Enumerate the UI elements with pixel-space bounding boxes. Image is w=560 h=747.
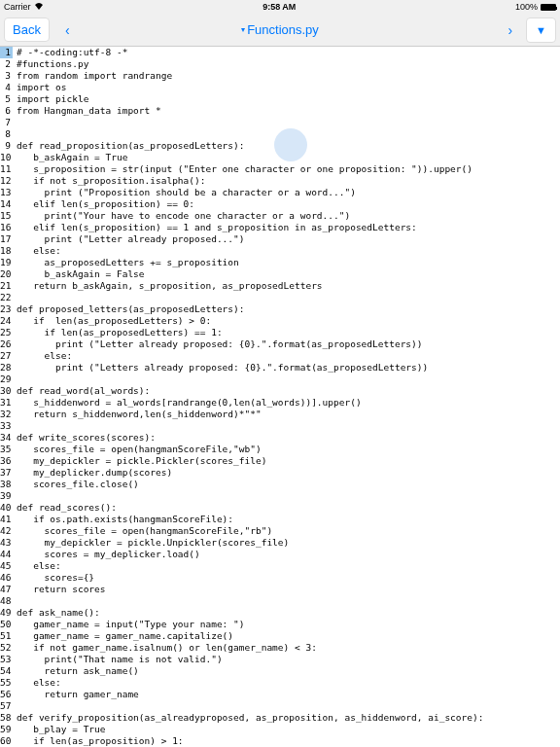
code-line[interactable]: 23def proposed_letters(as_proposedLetter… [0, 303, 560, 315]
code-line[interactable]: 8 [0, 128, 560, 140]
status-bar: Carrier 9:58 AM 100% [0, 0, 560, 14]
line-number: 13 [0, 187, 13, 198]
chevron-down-icon: ▾ [241, 25, 245, 34]
code-line[interactable]: 31 s_hiddenword = al_words[randrange(0,l… [0, 397, 560, 409]
code-line[interactable]: 6from Hangman_data import * [0, 105, 560, 117]
code-text: return b_askAgain, s_proposition, as_pro… [13, 280, 323, 292]
line-number: 31 [0, 397, 13, 409]
battery-pct: 100% [515, 2, 538, 12]
code-line[interactable]: 46 scores={} [0, 572, 560, 584]
code-line[interactable]: 12 if not s_proposition.isalpha(): [0, 175, 560, 187]
code-line[interactable]: 56 return gamer_name [0, 689, 560, 700]
line-number: 8 [0, 128, 13, 140]
code-text: b_play = True [13, 724, 106, 735]
code-text: return gamer_name [13, 689, 139, 700]
code-line[interactable]: 38 scores_file.close() [0, 479, 560, 490]
menu-button[interactable]: ▼ [526, 18, 556, 43]
code-line[interactable]: 54 return ask_name() [0, 665, 560, 677]
code-line[interactable]: 1# -*-coding:utf-8 -* [0, 47, 560, 58]
code-line[interactable]: 53 print("That name is not valid.") [0, 654, 560, 665]
code-line[interactable]: 58def verify_proposition(as_alreadypropo… [0, 712, 560, 724]
line-number: 44 [0, 549, 13, 560]
code-line[interactable]: 27 else: [0, 350, 560, 362]
line-number: 21 [0, 280, 13, 292]
battery-icon [541, 4, 556, 11]
code-line[interactable]: 21 return b_askAgain, s_proposition, as_… [0, 280, 560, 292]
prev-file-button[interactable]: ‹ [55, 18, 80, 42]
code-text: def read_word(al_words): [13, 385, 150, 397]
code-line[interactable]: 11 s_proposition = str(input ("Enter one… [0, 163, 560, 175]
code-line[interactable]: 3from random import randrange [0, 70, 560, 82]
code-text: s_proposition = str(input ("Enter one ch… [13, 163, 472, 175]
code-line[interactable]: 48 [0, 595, 560, 607]
code-editor[interactable]: 1# -*-coding:utf-8 -*2#functions.py3from… [0, 47, 560, 747]
code-text: else: [13, 350, 72, 362]
code-line[interactable]: 10 b_askAgain = True [0, 152, 560, 163]
code-line[interactable]: 44 scores = my_deplicker.load() [0, 549, 560, 560]
code-text: scores_file = open(hangmanScoreFile,"wb"… [13, 444, 262, 455]
code-line[interactable]: 51 gamer_name = gamer_name.capitalize() [0, 630, 560, 642]
code-text: scores = my_deplicker.load() [13, 549, 200, 560]
code-line[interactable]: 43 my_depickler = pickle.Unpickler(score… [0, 537, 560, 549]
line-number: 52 [0, 642, 13, 654]
code-line[interactable]: 25 if len(as_proposedLetters) == 1: [0, 327, 560, 338]
code-line[interactable]: 17 print ("Letter already proposed...") [0, 233, 560, 245]
code-line[interactable]: 26 print ("Letter already proposed: {0}.… [0, 338, 560, 350]
code-text: return s_hiddenword,len(s_hiddenword)*"*… [13, 409, 262, 420]
code-line[interactable]: 5import pickle [0, 93, 560, 105]
line-number: 41 [0, 514, 13, 525]
code-line[interactable]: 13 print ("Proposition should be a chara… [0, 187, 560, 198]
code-line[interactable]: 14 elif len(s_proposition) == 0: [0, 198, 560, 210]
line-number: 2 [0, 58, 13, 70]
code-text: s_hiddenword = al_words[randrange(0,len(… [13, 397, 362, 409]
code-line[interactable]: 4import os [0, 82, 560, 93]
next-file-button[interactable]: › [498, 18, 522, 42]
code-line[interactable]: 42 scores_file = open(hangmanScoreFile,"… [0, 525, 560, 537]
code-line[interactable]: 45 else: [0, 560, 560, 572]
code-line[interactable]: 29 [0, 374, 560, 385]
code-line[interactable]: 59 b_play = True [0, 724, 560, 735]
code-line[interactable]: 28 print ("Letters already proposed: {0}… [0, 362, 560, 374]
code-text: import os [13, 82, 66, 93]
code-text: if os.path.exists(hangmanScoreFile): [13, 514, 233, 525]
code-line[interactable]: 35 scores_file = open(hangmanScoreFile,"… [0, 444, 560, 455]
code-line[interactable]: 24 if len(as_proposedLetters) > 0: [0, 315, 560, 327]
code-text: scores_file.close() [13, 479, 139, 490]
code-line[interactable]: 30def read_word(al_words): [0, 385, 560, 397]
line-number: 9 [0, 140, 13, 152]
code-line[interactable]: 47 return scores [0, 584, 560, 595]
back-button[interactable]: Back [4, 18, 50, 42]
code-line[interactable]: 18 else: [0, 245, 560, 257]
code-text [13, 292, 17, 303]
code-text: print("Your have to encode one character… [13, 210, 350, 222]
code-line[interactable]: 2#functions.py [0, 58, 560, 70]
code-line[interactable]: 9def read_proposition(as_proposedLetters… [0, 140, 560, 152]
line-number: 18 [0, 245, 13, 257]
code-line[interactable]: 57 [0, 700, 560, 712]
code-line[interactable]: 37 my_deplicker.dump(scores) [0, 467, 560, 479]
code-line[interactable]: 7 [0, 117, 560, 128]
file-title-dropdown[interactable]: ▾ Functions.py [241, 22, 319, 37]
code-line[interactable]: 49def ask_name(): [0, 607, 560, 619]
code-line[interactable]: 55 else: [0, 677, 560, 689]
code-line[interactable]: 39 [0, 490, 560, 502]
code-text: elif len(s_proposition) == 0: [13, 198, 194, 210]
line-number: 19 [0, 257, 13, 268]
code-text: elif len(s_proposition) == 1 and s_propo… [13, 222, 417, 233]
code-line[interactable]: 34def write_scores(scores): [0, 432, 560, 444]
code-text: def verify_proposition(as_alreadypropose… [13, 712, 483, 724]
code-line[interactable]: 22 [0, 292, 560, 303]
code-line[interactable]: 50 gamer_name = input("Type your name: "… [0, 619, 560, 630]
code-line[interactable]: 15 print("Your have to encode one charac… [0, 210, 560, 222]
code-line[interactable]: 32 return s_hiddenword,len(s_hiddenword)… [0, 409, 560, 420]
code-line[interactable]: 60 if len(as_proposition) > 1: [0, 735, 560, 747]
code-line[interactable]: 41 if os.path.exists(hangmanScoreFile): [0, 514, 560, 525]
line-number: 25 [0, 327, 13, 338]
code-line[interactable]: 20 b_askAgain = False [0, 268, 560, 280]
code-line[interactable]: 52 if not gamer_name.isalnum() or len(ga… [0, 642, 560, 654]
code-line[interactable]: 40def read_scores(): [0, 502, 560, 514]
code-line[interactable]: 16 elif len(s_proposition) == 1 and s_pr… [0, 222, 560, 233]
code-line[interactable]: 19 as_proposedLetters += s_proposition [0, 257, 560, 268]
code-line[interactable]: 36 my_depickler = pickle.Pickler(scores_… [0, 455, 560, 467]
code-line[interactable]: 33 [0, 420, 560, 432]
